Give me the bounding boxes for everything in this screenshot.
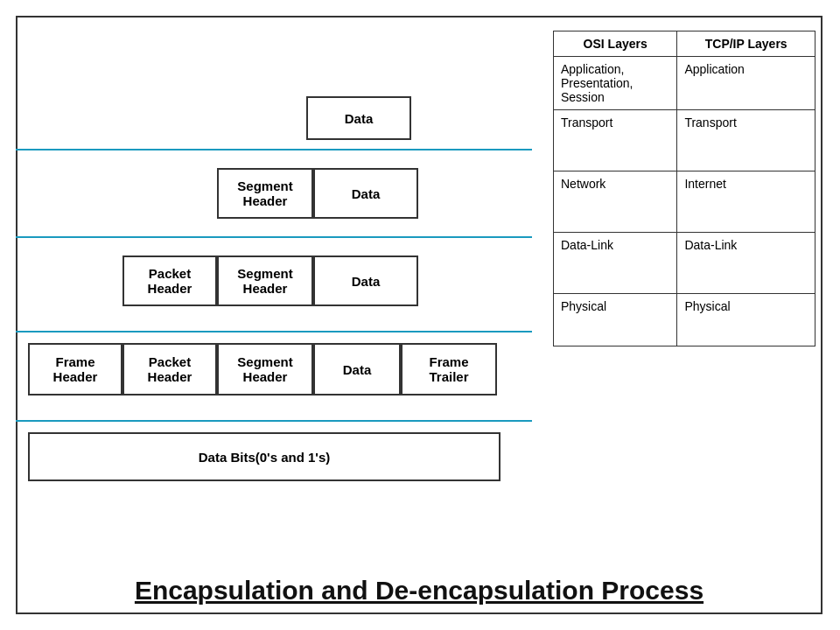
packet-header-row3: PacketHeader: [122, 256, 217, 306]
osi-row-5-col1: Physical: [554, 294, 677, 346]
osi-row-3-col1: Network: [554, 172, 677, 233]
hline-2: [16, 236, 532, 238]
data-label-row4: Data: [343, 362, 372, 377]
main-title: Encapsulation and De-encapsulation Proce…: [16, 576, 822, 606]
seg-header-label-row2: SegmentHeader: [237, 178, 292, 208]
frame-trailer-row4: FrameTrailer: [401, 343, 497, 396]
data-label-row2: Data: [352, 186, 381, 201]
osi-row-3-col2: Internet: [677, 172, 816, 233]
seg-header-label-row4: SegmentHeader: [237, 354, 292, 384]
pkt-header-label-row4: PacketHeader: [148, 354, 192, 384]
data-box-row2: Data: [313, 168, 418, 219]
osi-row-2-col1: Transport: [554, 110, 677, 172]
hline-3: [16, 331, 532, 332]
osi-row-4-col1: Data-Link: [554, 233, 677, 294]
segment-header-row3: SegmentHeader: [217, 256, 313, 306]
packet-header-row4: PacketHeader: [122, 343, 217, 396]
data-box-row3: Data: [313, 256, 418, 306]
osi-table: OSI Layers TCP/IP Layers Application,Pre…: [553, 31, 816, 346]
osi-row-1-col2: Application: [677, 57, 816, 110]
data-box-row4: Data: [313, 343, 401, 396]
data-bits-label: Data Bits(0's and 1's): [199, 450, 331, 465]
data-bits-box: Data Bits(0's and 1's): [28, 432, 500, 481]
osi-row-4-col2: Data-Link: [677, 233, 816, 294]
main-title-text: Encapsulation and De-encapsulation Proce…: [135, 576, 704, 605]
segment-header-row4: SegmentHeader: [217, 343, 313, 396]
segment-header-row2: SegmentHeader: [217, 168, 313, 219]
osi-row-2-col2: Transport: [677, 110, 816, 172]
osi-row-1-col1: Application,Presentation,Session: [554, 57, 677, 110]
frame-header-row4: FrameHeader: [28, 343, 122, 396]
osi-col-header: OSI Layers: [554, 32, 677, 57]
frm-trailer-label: FrameTrailer: [429, 354, 468, 384]
data-label-row1: Data: [345, 111, 374, 126]
data-box-row1: Data: [306, 96, 411, 140]
hline-1: [16, 149, 532, 150]
seg-header-label-row3: SegmentHeader: [237, 266, 292, 296]
hline-4: [16, 420, 532, 422]
osi-row-5-col2: Physical: [677, 294, 816, 346]
pkt-header-label-row3: PacketHeader: [148, 266, 192, 296]
data-label-row3: Data: [352, 274, 381, 289]
tcpip-col-header: TCP/IP Layers: [677, 32, 816, 57]
frm-header-label: FrameHeader: [53, 354, 98, 384]
